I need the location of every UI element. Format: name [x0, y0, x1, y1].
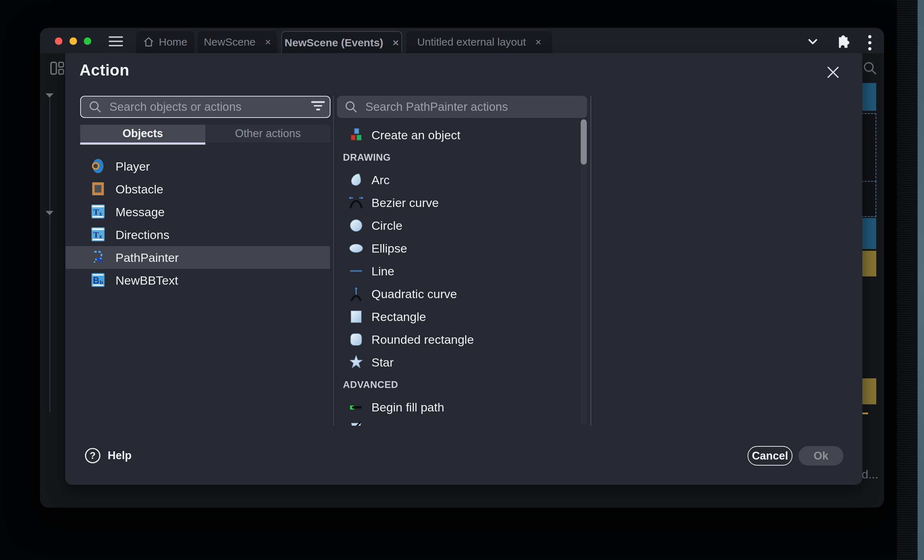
filter-icon[interactable] [311, 101, 325, 112]
action-row-arc[interactable]: Arc [337, 169, 579, 191]
svg-text:b: b [100, 279, 103, 285]
scrollbar-thumb[interactable] [581, 119, 587, 165]
object-label: Player [116, 160, 150, 174]
macos-zoom-button[interactable] [84, 37, 91, 45]
tab-close-icon[interactable]: × [265, 37, 271, 47]
svg-text:?: ? [90, 450, 96, 461]
svg-text:x: x [99, 233, 102, 240]
action-label: Rectangle [372, 310, 426, 324]
main-menu-hamburger-icon[interactable] [109, 33, 123, 49]
list-right-divider [590, 96, 591, 426]
action-row-circle[interactable]: Circle [337, 214, 579, 237]
object-row-pathpainter[interactable]: PathPainter [66, 246, 330, 269]
tree-expander-icon[interactable] [46, 93, 54, 97]
event-selection-box[interactable] [861, 181, 876, 217]
desktop-background-noise [897, 0, 918, 560]
editor-tab-home[interactable]: Home [136, 31, 194, 53]
event-selection-box[interactable] [861, 113, 876, 182]
action-label: Quadratic curve [372, 287, 457, 301]
rounded-rect-icon [348, 331, 364, 348]
svg-text:T: T [93, 230, 99, 240]
line-icon [348, 263, 364, 279]
action-row-begin-fill-path[interactable]: Begin fill path [337, 396, 579, 419]
object-label: Obstacle [116, 183, 163, 196]
action-label: Arc [372, 173, 390, 187]
tab-label: NewScene (Events) [285, 37, 383, 49]
panel-divider [333, 96, 334, 426]
chevron-down-icon[interactable] [805, 34, 820, 49]
dialog-title: Action [80, 61, 129, 79]
tab-objects[interactable]: Objects [80, 125, 206, 142]
action-row-rectangle[interactable]: Rectangle [337, 305, 579, 328]
object-label: PathPainter [116, 251, 179, 265]
obstacle-icon [90, 181, 107, 198]
object-row-message[interactable]: TxMessage [66, 201, 330, 223]
action-row-create-an-object[interactable]: Create an object [337, 124, 579, 147]
screenshot-stage: HomeNewScene×NewScene (Events)×Untitled … [0, 0, 924, 560]
object-row-obstacle[interactable]: Obstacle [66, 178, 330, 201]
rectangle-icon [348, 308, 364, 325]
dialog-close-icon[interactable] [825, 64, 841, 80]
search-actions-field[interactable] [337, 96, 587, 118]
search-objects-field[interactable] [80, 96, 330, 118]
event-condition-block[interactable] [861, 83, 876, 111]
search-actions-input[interactable] [364, 100, 552, 114]
action-label: Star [372, 355, 393, 370]
quadratic-icon [348, 286, 364, 302]
event-action-block[interactable] [861, 378, 876, 404]
macos-minimize-button[interactable] [69, 37, 77, 45]
tree-expander-icon[interactable] [46, 211, 54, 215]
action-row-bezier-curve[interactable]: Bezier curve [337, 191, 579, 214]
action-label: Line [372, 264, 394, 278]
player-icon [90, 158, 107, 175]
help-button[interactable]: ? Help [84, 447, 132, 464]
text-object-icon: Tx [90, 204, 107, 220]
kebab-menu-icon[interactable] [866, 34, 873, 52]
scrollbar-track[interactable] [581, 119, 587, 425]
object-row-player[interactable]: Player [66, 155, 330, 178]
clipped-partial-icon [348, 422, 364, 426]
action-label: Bezier curve [372, 196, 439, 210]
svg-text:B: B [93, 276, 99, 285]
events-search-icon[interactable] [862, 61, 877, 75]
event-condition-block[interactable] [861, 218, 876, 249]
action-row-line[interactable]: Line [337, 260, 579, 283]
arc-icon [348, 172, 364, 188]
action-label: Ellipse [372, 241, 407, 255]
object-label: NewBBText [116, 274, 178, 287]
object-row-directions[interactable]: TxDirections [66, 223, 330, 246]
panels-layout-icon[interactable] [50, 61, 64, 75]
circle-icon [348, 217, 364, 234]
tab-close-icon[interactable]: × [535, 37, 542, 47]
extensions-puzzle-icon[interactable] [834, 34, 850, 50]
begin-fill-icon [348, 399, 364, 415]
action-label: Begin fill path [372, 400, 444, 414]
action-row-ellipse[interactable]: Ellipse [337, 237, 579, 260]
macos-close-button[interactable] [55, 37, 62, 45]
search-icon [88, 100, 102, 114]
event-action-block[interactable] [861, 251, 876, 276]
ok-button[interactable]: Ok [798, 446, 843, 466]
star-icon [348, 354, 364, 370]
cancel-button[interactable]: Cancel [747, 446, 792, 466]
editor-tab-untitled-external-layout[interactable]: Untitled external layout× [406, 31, 552, 53]
tab-close-icon[interactable]: × [393, 37, 399, 48]
action-row-quadratic-curve[interactable]: Quadratic curve [337, 283, 579, 305]
editor-tab-newscene-events-[interactable]: NewScene (Events)× [281, 31, 402, 54]
tab-label: Untitled external layout [417, 36, 526, 48]
tab-other-actions[interactable]: Other actions [206, 125, 330, 142]
active-tab-underline [80, 142, 206, 145]
search-objects-input[interactable] [109, 100, 296, 114]
action-row-rounded-rectangle[interactable]: Rounded rectangle [337, 328, 579, 351]
home-icon [143, 36, 154, 48]
bezier-icon [348, 195, 364, 211]
tab-label: Home [159, 36, 187, 48]
object-list: PlayerObstacleTxMessageTxDirectionsPathP… [66, 155, 330, 292]
truncated-background-text: d... [862, 467, 878, 481]
object-row-newbbtext[interactable]: BbNewBBText [66, 269, 330, 292]
action-list: Create an objectDRAWINGArcBezier curveCi… [337, 124, 579, 426]
section-header-drawing: DRAWING [337, 147, 579, 169]
action-row-clipped[interactable] [337, 419, 579, 426]
action-row-star[interactable]: Star [337, 351, 579, 374]
editor-tab-newscene[interactable]: NewScene× [198, 31, 277, 53]
